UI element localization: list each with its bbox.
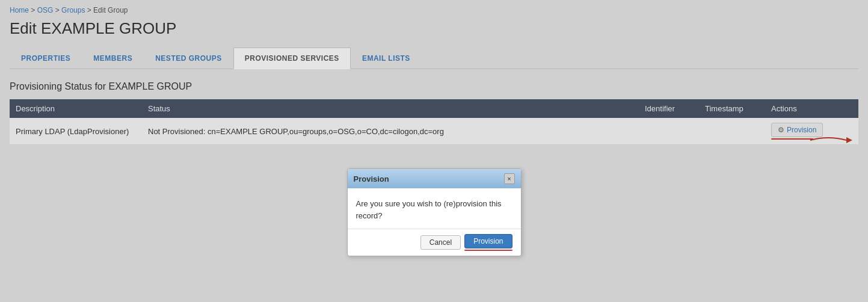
modal-header: Provision ×	[348, 169, 521, 188]
modal-provision-underline	[464, 250, 512, 251]
modal-overlay[interactable]: Provision × Are you sure you wish to (re…	[0, 0, 868, 302]
modal-cancel-button[interactable]: Cancel	[420, 235, 461, 250]
modal-body: Are you sure you wish to (re)provision t…	[348, 188, 521, 229]
modal-provision-wrapper: Provision	[464, 234, 512, 251]
modal-body-text: Are you sure you wish to (re)provision t…	[356, 199, 502, 220]
provision-modal: Provision × Are you sure you wish to (re…	[347, 168, 522, 256]
modal-title: Provision	[354, 174, 389, 183]
modal-footer: Cancel Provision	[348, 229, 521, 256]
modal-close-button[interactable]: ×	[504, 173, 515, 184]
modal-provision-button[interactable]: Provision	[464, 234, 512, 248]
